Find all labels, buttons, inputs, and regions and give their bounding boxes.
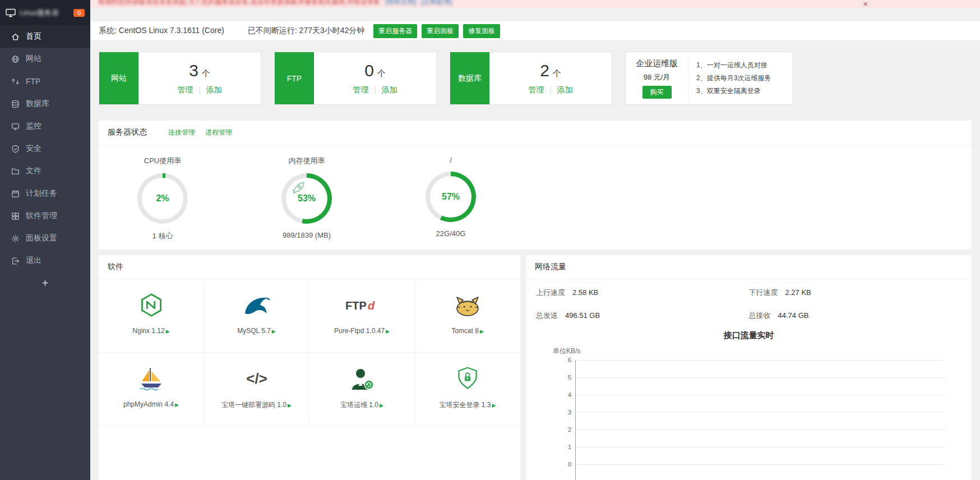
system-uptime: 已不间断运行: 277天3小时42分钟 — [248, 26, 365, 36]
sidebar-item-label: 退出 — [26, 256, 41, 266]
shield-icon — [11, 145, 20, 153]
play-icon: ▶ — [166, 329, 170, 334]
globe-icon — [11, 55, 20, 63]
software-item-deploy[interactable]: </> 宝塔一键部署源码 1.0▶ — [204, 353, 309, 426]
disk-gauge: / 57% 22G/40G — [400, 145, 501, 241]
sidebar-add-button[interactable]: + — [0, 272, 90, 294]
software-item-mysql[interactable]: MySQL 5.7▶ — [204, 279, 309, 353]
network-traffic-title: 网络流量 — [535, 262, 566, 272]
software-item-phpmyadmin[interactable]: phpMyAdmin 4.4▶ — [99, 353, 204, 426]
stat-cards-row: 网站 3个 管理|添加 FTP 0个 管理|添加 数据库 — [99, 52, 972, 105]
y-axis-tick: 4 — [576, 395, 946, 412]
gauge-percent: 57% — [426, 172, 476, 222]
shield-lock-icon — [455, 364, 480, 393]
restart-panel-button[interactable]: 重启面板 — [422, 24, 459, 38]
play-icon: ▶ — [386, 329, 390, 334]
memory-donut-chart: 53% — [281, 173, 332, 224]
connection-manage-link[interactable]: 连接管理 — [168, 128, 195, 137]
phpmyadmin-logo-icon — [138, 364, 165, 393]
promo-feature: 1、一对一运维人员对接 — [696, 59, 771, 72]
up-speed-value: 2.58 KB — [572, 288, 598, 297]
website-add-link[interactable]: 添加 — [206, 85, 222, 94]
sidebar-item-logout[interactable]: 退出 — [0, 250, 90, 272]
software-item-tomcat[interactable]: Tomcat 8▶ — [415, 279, 520, 353]
stat-count: 3个 — [189, 61, 210, 80]
sidebar-item-home[interactable]: 首页 — [0, 25, 90, 48]
gear-icon — [11, 234, 20, 243]
ftp-manage-link[interactable]: 管理 — [353, 85, 368, 94]
system-os: 系统: CentOS Linux 7.3.1611 (Core) — [99, 26, 224, 36]
ftp-add-link[interactable]: 添加 — [382, 85, 397, 94]
down-speed-value: 2.27 KB — [785, 288, 811, 297]
notice-link-1[interactable]: [帮助文档] — [385, 0, 416, 6]
total-sent-label: 总发送 — [536, 311, 558, 321]
sidebar-item-database[interactable]: 数据库 — [0, 93, 90, 115]
gauge-title: CPU使用率 — [112, 156, 213, 166]
close-icon[interactable]: × — [863, 0, 868, 8]
restart-server-button[interactable]: 重启服务器 — [373, 24, 417, 38]
memory-gauge: 内存使用率 53% 989/1839 (MB) — [256, 145, 357, 241]
gauge-title: 内存使用率 — [256, 156, 357, 166]
sidebar-item-software[interactable]: 软件管理 — [0, 205, 90, 227]
sidebar-item-label: 计划任务 — [26, 188, 57, 199]
sidebar-item-monitor[interactable]: 监控 — [0, 115, 90, 137]
promo-feature: 2、提供每月3次运维服务 — [696, 72, 771, 85]
message-count-badge[interactable]: 0 — [73, 9, 85, 17]
notice-bar: 检测到您的面板存在安全风险,为了您的服务器安全,请及时更新面板并修复相关漏洞,详… — [90, 0, 980, 8]
sidebar-item-security[interactable]: 安全 — [0, 137, 90, 160]
stat-card-database: 数据库 2个 管理|添加 — [450, 52, 612, 105]
tomcat-logo-icon — [452, 290, 483, 320]
gauge-caption: 989/1839 (MB) — [256, 231, 357, 239]
y-axis-tick: 0 — [576, 464, 946, 480]
notice-link-2[interactable]: [立即处理] — [421, 0, 452, 6]
software-item-pureftpd[interactable]: FTPd Pure-Ftpd 1.0.47▶ — [309, 279, 415, 353]
software-name: phpMyAdmin 4.4 — [123, 400, 174, 408]
cpu-gauge: CPU使用率 2% 1 核心 — [112, 145, 213, 241]
software-name: 宝塔运维 1.0 — [340, 401, 378, 409]
total-recv-value: 44.74 GB — [778, 311, 809, 320]
play-icon: ▶ — [380, 403, 383, 408]
server-status-title: 服务器状态 — [108, 127, 147, 137]
software-item-ops[interactable]: 宝塔运维 1.0▶ — [309, 353, 415, 426]
sidebar-item-ftp[interactable]: FTP — [0, 70, 90, 93]
software-name: Tomcat 8 — [451, 327, 479, 335]
sidebar-item-label: FTP — [26, 77, 40, 86]
website-manage-link[interactable]: 管理 — [177, 85, 193, 94]
traffic-chart: 6 5 4 3 2 1 0 — [575, 360, 946, 480]
sidebar-item-label: 软件管理 — [26, 211, 57, 221]
server-name: Linux服务器 — [20, 8, 70, 18]
repair-panel-button[interactable]: 修复面板 — [463, 24, 500, 38]
process-manage-link[interactable]: 进程管理 — [205, 128, 232, 137]
software-name: Nginx 1.12 — [132, 327, 164, 335]
system-info-row: 系统: CentOS Linux 7.3.1611 (Core) 已不间断运行:… — [90, 21, 980, 40]
sidebar-item-website[interactable]: 网站 — [0, 48, 90, 70]
sidebar-item-label: 监控 — [26, 121, 41, 131]
stat-card-label: FTP — [275, 52, 314, 104]
sidebar-item-label: 面板设置 — [26, 233, 57, 243]
database-icon — [11, 100, 20, 108]
software-item-securelogin[interactable]: 宝塔安全登录 1.3▶ — [415, 353, 520, 426]
gauge-caption: 22G/40G — [400, 229, 501, 238]
stat-card-label: 网站 — [99, 52, 138, 104]
calendar-icon — [11, 190, 20, 198]
gauge-percent: 2% — [137, 173, 188, 224]
sidebar-item-settings[interactable]: 面板设置 — [0, 227, 90, 250]
nginx-logo-icon — [138, 290, 164, 320]
database-add-link[interactable]: 添加 — [557, 85, 573, 94]
code-deploy-icon: </> — [243, 364, 270, 393]
separator: | — [549, 85, 552, 94]
y-axis-tick: 1 — [576, 447, 946, 464]
sidebar-item-label: 数据库 — [26, 99, 49, 109]
sidebar-item-files[interactable]: 文件 — [0, 160, 90, 182]
logo-bar: Linux服务器 0 — [0, 0, 90, 25]
y-axis-tick: 2 — [576, 430, 946, 447]
software-name: 宝塔安全登录 1.3 — [440, 401, 491, 409]
database-manage-link[interactable]: 管理 — [528, 85, 544, 94]
software-item-nginx[interactable]: Nginx 1.12▶ — [99, 279, 204, 353]
ops-person-icon — [349, 364, 375, 393]
sidebar-menu: 首页 网站 FTP 数据库 监控 安全 — [0, 25, 90, 294]
promo-feature: 3、双重安全隔离登录 — [696, 85, 771, 98]
buy-button[interactable]: 购买 — [642, 86, 672, 99]
gauge-percent: 53% — [281, 173, 332, 224]
sidebar-item-cron[interactable]: 计划任务 — [0, 182, 90, 205]
